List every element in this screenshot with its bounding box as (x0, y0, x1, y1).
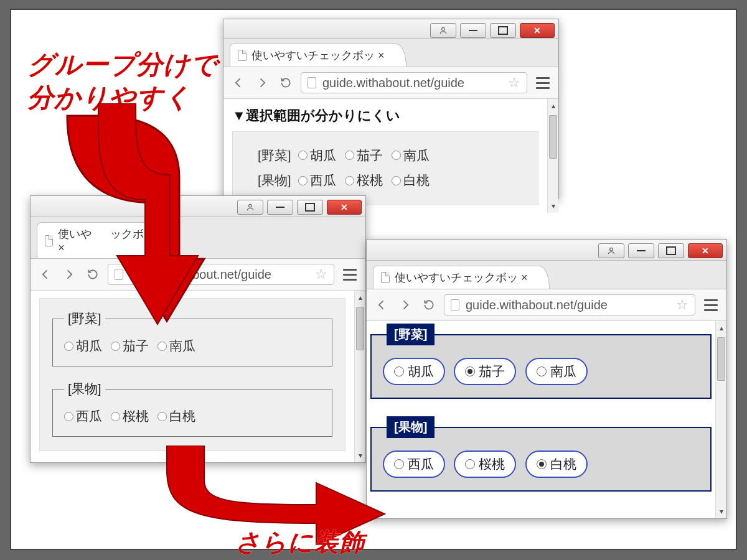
site-icon (451, 299, 459, 310)
radio-option[interactable]: 胡瓜 (298, 143, 336, 168)
radio-pill[interactable]: 白桃 (525, 450, 588, 478)
canvas: グループ分けで 分かりやすく ✕ 使いやすいチェックボッ × gu (10, 9, 737, 550)
scroll-down-icon[interactable]: ▾ (359, 449, 362, 462)
group-label-vegetables: [野菜] (258, 148, 291, 162)
minimize-button[interactable] (628, 243, 654, 258)
nav-toolbar: guide.withabout.net/guide ☆ (223, 67, 558, 99)
maximize-button[interactable] (490, 23, 516, 38)
radio-option[interactable]: 南瓜 (392, 143, 430, 168)
scroll-up-icon[interactable]: ▴ (359, 291, 362, 304)
browser-window-a: ✕ 使いやすいチェックボッ × guide.withabout.net/guid… (223, 19, 559, 199)
url-text: guide.withabout.net/guide (322, 76, 502, 90)
radio-option[interactable]: 西瓜 (64, 408, 102, 425)
scroll-up-icon[interactable]: ▴ (552, 99, 555, 113)
scroll-thumb[interactable] (717, 337, 725, 381)
reload-button[interactable] (277, 74, 294, 91)
minimize-button[interactable] (460, 23, 486, 38)
radio-option[interactable]: 白桃 (157, 408, 195, 425)
fieldset-fruits-styled: [果物] 西瓜 桜桃 白桃 (370, 416, 712, 492)
radio-pill[interactable]: 西瓜 (383, 450, 445, 478)
fieldset-fruits: [果物] 西瓜 桜桃 白桃 (52, 380, 332, 437)
forward-button[interactable] (60, 266, 78, 283)
menu-button[interactable] (341, 269, 359, 281)
browser-tab[interactable]: 使いや ックボッ × (37, 222, 180, 258)
url-text: guide.withabout.net/guide (466, 298, 670, 312)
legend-vegetables: [野菜] (64, 310, 105, 327)
close-button[interactable]: ✕ (327, 200, 362, 215)
close-button[interactable]: ✕ (688, 243, 723, 258)
svg-point-1 (249, 204, 252, 207)
svg-point-2 (610, 248, 613, 251)
legend-fruits: [果物] (387, 416, 435, 438)
address-bar[interactable]: guide.withabout.net/guide ☆ (444, 294, 695, 315)
annotation-grouping: グループ分けで 分かりやすく (27, 49, 218, 114)
forward-button[interactable] (253, 74, 271, 91)
tab-title: 使いやすいチェックボッ × (395, 270, 528, 285)
tab-strip: 使いやすいチェックボッ × (367, 261, 726, 289)
menu-button[interactable] (702, 299, 720, 311)
reload-button[interactable] (84, 266, 101, 283)
tab-title: 使いやすいチェックボッ × (251, 48, 385, 63)
menu-button[interactable] (533, 77, 552, 89)
browser-tab[interactable]: 使いやすいチェックボッ × (373, 266, 550, 289)
page-content-c: [野菜] 胡瓜 茄子 南瓜 [果物] 西瓜 桜桃 白桃 (367, 321, 715, 518)
page-content-b: [野菜] 胡瓜 茄子 南瓜 [果物] 西瓜 桜桃 白桃 (31, 291, 354, 462)
radio-option[interactable]: 胡瓜 (64, 337, 102, 355)
scroll-up-icon[interactable]: ▴ (720, 321, 723, 335)
reload-button[interactable] (420, 296, 438, 314)
minimize-button[interactable] (267, 200, 293, 215)
radio-option[interactable]: 西瓜 (298, 168, 336, 193)
radio-option[interactable]: 南瓜 (157, 337, 195, 355)
browser-tab[interactable]: 使いやすいチェックボッ × (230, 44, 406, 67)
page-icon (381, 272, 390, 283)
user-icon[interactable] (430, 23, 456, 38)
bookmark-star-icon[interactable]: ☆ (676, 297, 688, 313)
radio-pill[interactable]: 茄子 (454, 358, 516, 385)
scrollbar[interactable]: ▴ ▾ (354, 291, 365, 462)
site-icon (115, 269, 123, 280)
back-button[interactable] (373, 296, 390, 314)
radio-option[interactable]: 桜桃 (345, 168, 383, 193)
tab-strip: 使いや ックボッ × (31, 217, 365, 259)
scroll-thumb[interactable] (356, 307, 364, 350)
scrollbar[interactable]: ▴ ▾ (715, 321, 726, 518)
user-icon[interactable] (598, 243, 624, 258)
browser-window-c: ✕ 使いやすいチェックボッ × guide.withabout.net/guid… (366, 239, 727, 519)
browser-window-b: ✕ 使いや ックボッ × guide.withabout.net/guide ☆ (30, 195, 366, 463)
nav-toolbar: guide.withabout.net/guide ☆ (367, 289, 726, 321)
url-text: guide.withabout.net/guide (129, 268, 309, 282)
radio-option[interactable]: 茄子 (111, 337, 149, 355)
scrollbar[interactable]: ▴ ▾ (547, 99, 558, 213)
svg-point-0 (442, 27, 445, 30)
address-bar[interactable]: guide.withabout.net/guide ☆ (108, 264, 334, 285)
tab-title: 使いや ックボッ × (58, 226, 158, 254)
fieldset-vegetables: [野菜] 胡瓜 茄子 南瓜 (52, 310, 332, 366)
group-label-fruits: [果物] (258, 174, 291, 188)
radio-option[interactable]: 白桃 (392, 168, 430, 193)
forward-button[interactable] (397, 296, 414, 314)
radio-option[interactable]: 桜桃 (111, 408, 149, 425)
radio-pill[interactable]: 胡瓜 (383, 358, 445, 385)
radio-pill[interactable]: 南瓜 (525, 358, 588, 385)
back-button[interactable] (230, 74, 247, 91)
scroll-down-icon[interactable]: ▾ (720, 505, 723, 518)
titlebar: ✕ (31, 196, 365, 217)
radio-pill[interactable]: 桜桃 (454, 450, 516, 478)
back-button[interactable] (37, 266, 54, 283)
close-button[interactable]: ✕ (520, 23, 555, 38)
radio-option[interactable]: 茄子 (345, 143, 383, 168)
annotation-further-style: さらに装飾 (235, 526, 365, 558)
scroll-down-icon[interactable]: ▾ (552, 199, 555, 213)
titlebar: ✕ (367, 240, 726, 261)
user-icon[interactable] (237, 200, 263, 215)
scroll-thumb[interactable] (549, 115, 557, 159)
bookmark-star-icon[interactable]: ☆ (508, 75, 520, 91)
nav-toolbar: guide.withabout.net/guide ☆ (31, 259, 365, 291)
maximize-button[interactable] (297, 200, 323, 215)
bookmark-star-icon[interactable]: ☆ (315, 266, 327, 282)
legend-fruits: [果物] (64, 380, 105, 398)
fieldset-vegetables-styled: [野菜] 胡瓜 茄子 南瓜 (370, 324, 712, 399)
maximize-button[interactable] (658, 243, 684, 258)
titlebar: ✕ (223, 19, 558, 39)
address-bar[interactable]: guide.withabout.net/guide ☆ (301, 72, 527, 93)
